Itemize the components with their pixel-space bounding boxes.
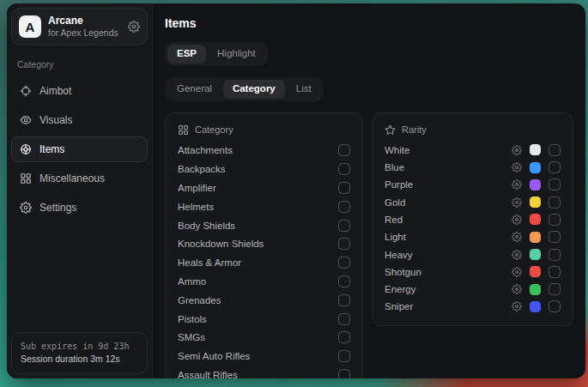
category-label: Pistols: [178, 314, 207, 324]
rarity-row: Blue: [385, 159, 561, 176]
category-row: Body Shields: [178, 216, 350, 235]
checkbox[interactable]: [549, 144, 561, 156]
rarity-label: Heavy: [385, 250, 413, 260]
category-label: Assault Rifles: [178, 370, 238, 378]
checkbox[interactable]: [549, 197, 561, 209]
sidebar-item-settings[interactable]: Settings: [11, 195, 148, 221]
checkbox[interactable]: [549, 161, 561, 173]
gear-icon[interactable]: [512, 301, 522, 311]
sidebar-item-label: Aimbot: [39, 85, 71, 97]
subscription-status-card: Sub expires in 9d 23h Session duration 3…: [11, 332, 148, 374]
color-swatch[interactable]: [530, 162, 541, 173]
category-row: Attachments: [178, 142, 350, 160]
checkbox[interactable]: [338, 350, 350, 362]
checkbox[interactable]: [549, 178, 561, 190]
gear-icon[interactable]: [512, 250, 522, 260]
category-row: Backpacks: [178, 160, 350, 178]
color-swatch[interactable]: [530, 266, 541, 277]
checkbox[interactable]: [549, 300, 561, 312]
color-swatch[interactable]: [530, 249, 541, 260]
rarity-label: Energy: [385, 284, 415, 294]
gear-icon[interactable]: [512, 145, 522, 155]
category-row: Assault Rifles: [178, 366, 350, 378]
gear-icon[interactable]: [128, 21, 140, 33]
gear-icon[interactable]: [512, 179, 522, 190]
color-swatch[interactable]: [530, 301, 541, 312]
app-logo: A: [19, 15, 41, 38]
rarity-row: Sniper: [385, 298, 561, 315]
checkbox[interactable]: [338, 201, 350, 213]
desktop-background: A Arcane for Apex Legends Category Aimbo…: [0, 0, 588, 387]
gear-icon[interactable]: [512, 197, 522, 208]
sidebar-item-label: Miscellaneous: [39, 172, 105, 184]
checkbox[interactable]: [338, 313, 350, 325]
checkbox[interactable]: [338, 238, 350, 250]
rarity-controls: [512, 300, 561, 312]
category-label: Helmets: [178, 202, 214, 212]
checkbox[interactable]: [338, 220, 350, 232]
color-swatch[interactable]: [530, 284, 541, 295]
sidebar-item-label: Visuals: [39, 114, 72, 126]
color-swatch[interactable]: [530, 144, 541, 155]
rarity-row: Purple: [385, 176, 561, 193]
checkbox[interactable]: [338, 144, 350, 156]
category-label: Body Shields: [178, 221, 235, 231]
checkbox[interactable]: [549, 266, 561, 278]
gear-icon: [20, 202, 32, 214]
color-swatch[interactable]: [530, 179, 541, 190]
gear-icon[interactable]: [512, 284, 522, 294]
category-row: Knockdown Shields: [178, 235, 350, 254]
checkbox[interactable]: [338, 369, 350, 378]
session-duration-text: Session duration 3m 12s: [21, 353, 138, 366]
category-label: Grenades: [178, 295, 221, 305]
checkbox[interactable]: [338, 275, 350, 287]
package-icon: [20, 143, 32, 155]
tab-category[interactable]: Category: [223, 80, 285, 99]
gear-icon[interactable]: [512, 267, 522, 277]
tab-general[interactable]: General: [167, 80, 221, 99]
checkbox[interactable]: [549, 214, 561, 226]
checkbox[interactable]: [338, 257, 350, 269]
category-row: Heals & Armor: [178, 253, 350, 272]
checkbox[interactable]: [549, 283, 561, 295]
rarity-row: Energy: [385, 281, 561, 298]
category-row: Grenades: [178, 291, 350, 310]
mode-option-esp[interactable]: ESP: [167, 45, 206, 63]
rarity-controls: [512, 249, 561, 261]
rarity-rows: WhiteBluePurpleGoldRedLightHeavyShotgunE…: [385, 142, 561, 316]
color-swatch[interactable]: [530, 214, 541, 225]
rarity-label: White: [385, 145, 409, 155]
category-panel: Category AttachmentsBackpacksAmplifierHe…: [165, 112, 363, 378]
sidebar-item-miscellaneous[interactable]: Miscellaneous: [11, 166, 148, 191]
mode-option-highlight[interactable]: Highlight: [208, 45, 265, 63]
category-label: Attachments: [178, 145, 233, 155]
category-label: SMGs: [178, 332, 205, 342]
category-label: Semi Auto Rifles: [178, 351, 250, 361]
sidebar-nav: AimbotVisualsItemsMiscellaneousSettings: [11, 76, 148, 222]
main-content: Items ESPHighlight GeneralCategoryList C…: [153, 3, 585, 378]
star-icon: [385, 124, 396, 136]
gear-icon[interactable]: [512, 162, 522, 172]
sidebar-item-visuals[interactable]: Visuals: [11, 107, 148, 133]
tab-list[interactable]: List: [287, 80, 321, 99]
rarity-label: Shotgun: [385, 267, 421, 277]
rarity-row: White: [385, 142, 561, 159]
color-swatch[interactable]: [530, 232, 541, 243]
checkbox[interactable]: [338, 331, 350, 343]
category-row: Amplifier: [178, 178, 350, 197]
checkbox[interactable]: [338, 163, 350, 175]
sidebar-item-items[interactable]: Items: [11, 136, 148, 162]
crosshair-icon: [20, 85, 32, 97]
app-header-card: A Arcane for Apex Legends: [11, 8, 148, 45]
sidebar-item-aimbot[interactable]: Aimbot: [11, 78, 148, 104]
esp-highlight-toggle: ESPHighlight: [165, 42, 268, 66]
checkbox[interactable]: [549, 231, 561, 243]
checkbox[interactable]: [549, 249, 561, 261]
color-swatch[interactable]: [530, 197, 541, 208]
rarity-row: Shotgun: [385, 263, 561, 281]
checkbox[interactable]: [338, 294, 350, 306]
gear-icon[interactable]: [512, 232, 522, 242]
gear-icon[interactable]: [512, 215, 522, 225]
category-row: Semi Auto Rifles: [178, 347, 350, 366]
checkbox[interactable]: [338, 182, 350, 194]
